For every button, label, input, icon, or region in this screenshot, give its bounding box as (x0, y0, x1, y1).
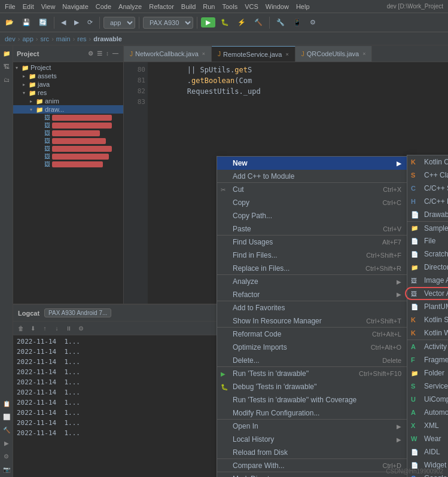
app-selector[interactable]: app (103, 17, 135, 29)
submenu-c-header[interactable]: H C/C++ Header File (407, 195, 448, 208)
sidebar-terminal-icon[interactable]: ⬜ (1, 411, 12, 422)
menu-analyze[interactable]: Analyze (118, 3, 142, 10)
submenu-service[interactable]: S Service (407, 380, 448, 393)
toolbar-sync-btn[interactable]: 🔄 (36, 17, 50, 27)
sidebar-logcat-icon[interactable]: 📋 (1, 398, 12, 409)
sidebar-build-icon[interactable]: 🔨 (1, 424, 12, 435)
device-selector[interactable]: PAX A930 (143, 17, 193, 29)
tree-item-file5[interactable]: 🖼 (13, 145, 123, 152)
menu-add-favorites[interactable]: Add to Favorites (217, 301, 407, 314)
menu-help[interactable]: Help (296, 3, 310, 10)
logcat-down-btn[interactable]: ↓ (51, 323, 62, 334)
submenu-vector-asset[interactable]: 🖼 Vector Asset (407, 287, 448, 300)
menu-analyze[interactable]: Analyze ▶ (217, 275, 407, 288)
sidebar-structure-icon[interactable]: 🏗 (1, 61, 12, 72)
menu-run-coverage[interactable]: Run 'Tests in 'drawable'' with Coverage (217, 393, 407, 406)
menu-build[interactable]: Build (181, 3, 196, 10)
submenu-kotlin-class[interactable]: K Kotlin Class/File (407, 155, 448, 169)
tree-item-java[interactable]: ▸ 📁 java (13, 80, 123, 88)
sidebar-settings-icon[interactable]: ⚙ (1, 451, 12, 461)
menu-new[interactable]: New ▶ (217, 157, 407, 170)
build-button[interactable]: 🔨 (251, 17, 266, 27)
tree-item-file2[interactable]: 🖼 (13, 121, 123, 129)
menu-optimize[interactable]: Optimize Imports Ctrl+Alt+O (217, 341, 407, 354)
menu-copy[interactable]: Copy Ctrl+C (217, 196, 407, 209)
submenu-drawable-resource[interactable]: 📄 Drawable Resource File (407, 208, 448, 221)
toolbar-save-btn[interactable]: 💾 (19, 17, 33, 27)
logcat-pause-btn[interactable]: ⏸ (63, 323, 74, 334)
menu-add-cpp[interactable]: Add C++ to Module (217, 170, 407, 183)
logcat-settings-btn[interactable]: ⚙ (75, 323, 86, 334)
menu-compare[interactable]: Compare With... Ctrl+D (217, 459, 407, 472)
tree-item-assets[interactable]: ▸ 📁 assets (13, 72, 123, 80)
sidebar-run-icon[interactable]: ▶ (1, 438, 12, 448)
menu-open-in[interactable]: Open In ▶ (217, 420, 407, 433)
menu-find-in-files[interactable]: Find in Files... Ctrl+Shift+F (217, 249, 407, 262)
menu-file[interactable]: File (5, 3, 16, 10)
toolbar-settings-btn[interactable]: ⚙ (307, 17, 319, 27)
menu-code[interactable]: Code (96, 3, 111, 10)
sidebar-project-icon[interactable]: 📁 (1, 48, 12, 59)
menu-tools[interactable]: Tools (222, 3, 237, 10)
panel-scroll-icon[interactable]: ↕ (105, 50, 110, 57)
submenu-aidl[interactable]: 📄 AIDL (407, 445, 448, 458)
submenu-kotlin-script[interactable]: K Kotlin Script (407, 313, 448, 326)
submenu-kotlin-worksheet[interactable]: K Kotlin Worksheet (407, 326, 448, 340)
tree-item-file6[interactable]: 🖼 (13, 152, 123, 160)
submenu-scratch[interactable]: 📄 Scratch File Ctrl+Alt+Shift+Inse (407, 247, 448, 261)
menu-delete[interactable]: Delete... Delete (217, 354, 407, 367)
breadcrumb-main[interactable]: main (56, 35, 71, 42)
tree-item-drawable[interactable]: ▾ 📁 draw... (13, 105, 123, 114)
submenu-folder[interactable]: 📁 Folder (407, 366, 448, 380)
submenu-plantuml[interactable]: 📄 PlantUML File (407, 300, 448, 313)
sidebar-resource-icon[interactable]: 🗂 (1, 74, 12, 85)
submenu-wear[interactable]: W Wear (407, 432, 448, 445)
menu-view[interactable]: View (41, 3, 56, 10)
run-button[interactable]: ▶ (201, 17, 215, 27)
menu-find-usages[interactable]: Find Usages Alt+F7 (217, 236, 407, 249)
submenu-activity[interactable]: A Activity (407, 340, 448, 353)
submenu-automotive[interactable]: A Automotive (407, 406, 448, 419)
menu-reload[interactable]: Reload from Disk (217, 446, 407, 459)
tree-item-file4[interactable]: 🖼 (13, 137, 123, 145)
submenu-c-source[interactable]: C C/C++ Source File (407, 182, 448, 195)
menu-debug-tests[interactable]: 🐛 Debug 'Tests in 'drawable'' (217, 380, 407, 393)
toolbar-avd-btn[interactable]: 📱 (290, 17, 304, 27)
logcat-up-btn[interactable]: ↑ (39, 323, 50, 334)
menu-reformat[interactable]: Reformat Code Ctrl+Alt+L (217, 328, 407, 341)
submenu-uicomponent[interactable]: U UiComponent (407, 393, 448, 406)
menu-bar[interactable]: File Edit View Navigate Code Analyze Ref… (5, 3, 387, 10)
panel-list-icon[interactable]: ☰ (96, 50, 103, 57)
tree-item-anim[interactable]: ▸ 📁 anim (13, 97, 123, 105)
sidebar-camera-icon[interactable]: 📷 (1, 464, 12, 475)
toolbar-sdk-btn[interactable]: 🔧 (273, 17, 288, 27)
menu-paste[interactable]: Paste Ctrl+V (217, 222, 407, 236)
submenu-file[interactable]: 📄 File (407, 234, 448, 247)
panel-gear-icon[interactable]: ⚙ (87, 50, 95, 57)
breadcrumb-drawable[interactable]: drawable (93, 35, 122, 42)
breadcrumb-app[interactable]: app (22, 35, 33, 42)
panel-collapse-icon[interactable]: — (111, 50, 120, 57)
toolbar-open-btn[interactable]: 📂 (2, 17, 17, 27)
menu-mark-directory[interactable]: Mark Directory as ▶ (217, 472, 407, 477)
menu-navigate[interactable]: Navigate (62, 3, 88, 10)
tree-item-file1[interactable]: 🖼 (13, 114, 123, 121)
menu-edit[interactable]: Edit (23, 3, 34, 10)
tree-item-file7[interactable]: 🖼 (13, 160, 123, 168)
menu-cut[interactable]: ✂ Cut Ctrl+X (217, 183, 407, 196)
tree-item-file3[interactable]: 🖼 (13, 129, 123, 137)
submenu-image-asset[interactable]: 🖼 Image Asset (407, 274, 448, 287)
submenu-sample-data[interactable]: 📁 Sample Data Directory (407, 221, 448, 234)
submenu-fragment[interactable]: F Fragment (407, 353, 448, 366)
toolbar-recent-btn[interactable]: ⟳ (84, 17, 96, 27)
submenu-xml[interactable]: X XML (407, 419, 448, 432)
menu-local-history[interactable]: Local History ▶ (217, 433, 407, 446)
toolbar-forward-btn[interactable]: ▶ (71, 17, 82, 27)
menu-replace-in-files[interactable]: Replace in Files... Ctrl+Shift+R (217, 262, 407, 275)
tree-item-project[interactable]: ▾ 📁 Project (13, 63, 123, 72)
menu-refactor[interactable]: Refactor ▶ (217, 288, 407, 301)
profile-button[interactable]: ⚡ (234, 17, 249, 27)
logcat-device-selector[interactable]: PAX A930 Android 7... (44, 308, 111, 317)
submenu-directory[interactable]: 📁 Directory (407, 261, 448, 274)
menu-copy-path[interactable]: Copy Path... (217, 209, 407, 222)
